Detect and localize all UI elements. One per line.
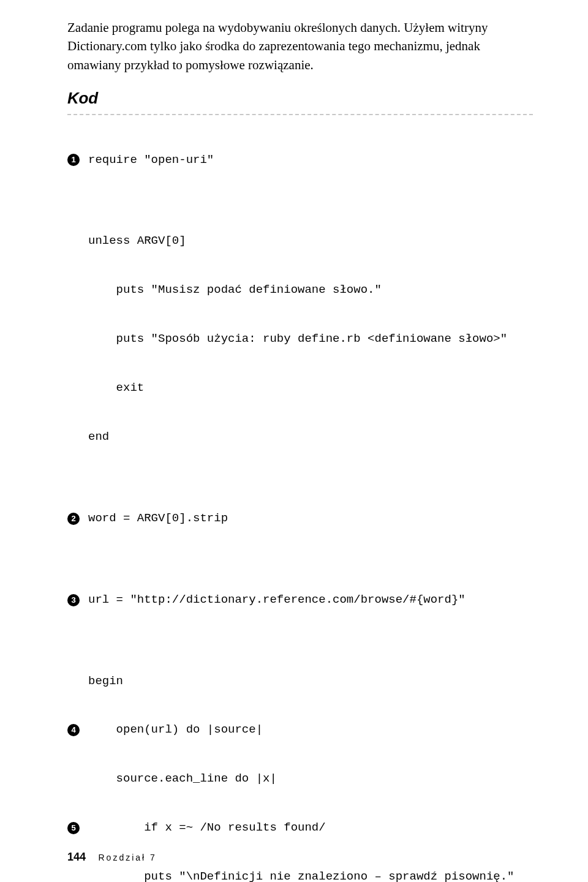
code-line: puts "Musisz podać definiowane słowo."	[88, 282, 533, 298]
code-line: url = "http://dictionary.reference.com/b…	[88, 592, 533, 608]
divider-top-kod	[67, 114, 533, 115]
code-line: unless ARGV[0]	[88, 233, 533, 249]
code-line: word = ARGV[0].strip	[88, 510, 533, 527]
badge-5: 5	[67, 822, 80, 834]
page-number: 144	[67, 851, 86, 863]
code-line: end	[88, 429, 533, 445]
badge-1: 1	[67, 154, 80, 166]
page-footer: 144 Rozdział 7	[67, 851, 157, 864]
code-line: exit	[88, 380, 533, 396]
code-line: puts "\nDefinicji nie znaleziono – spraw…	[88, 869, 533, 882]
code-line: begin	[88, 673, 533, 690]
code-line: if x =~ /No results found/	[88, 820, 533, 836]
code-line: open(url) do |source|	[88, 722, 533, 738]
intro-paragraph: Zadanie programu polega na wydobywaniu o…	[67, 18, 533, 74]
code-line: require "open-uri"	[88, 152, 533, 168]
badge-4: 4	[67, 724, 80, 736]
heading-kod: Kod	[67, 89, 533, 108]
code-listing: 1require "open-uri" unless ARGV[0] puts …	[67, 119, 533, 882]
code-line: puts "Sposób użycia: ruby define.rb <def…	[88, 331, 533, 347]
code-line: source.each_line do |x|	[88, 771, 533, 787]
badge-3: 3	[67, 594, 80, 606]
badge-2: 2	[67, 513, 80, 525]
chapter-label: Rozdział 7	[99, 853, 157, 862]
